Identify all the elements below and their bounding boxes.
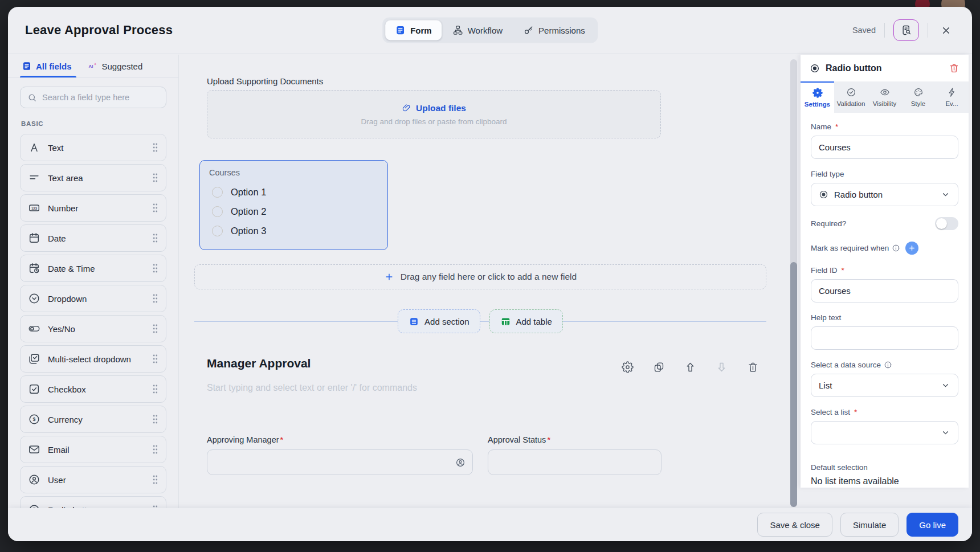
sidebar-item-multi-select[interactable]: Multi-select dropdown bbox=[20, 345, 166, 373]
drag-handle-icon[interactable] bbox=[152, 263, 158, 273]
sidebar-item-yes-no[interactable]: Yes/No bbox=[20, 315, 166, 342]
field-type-select[interactable]: Radio button bbox=[811, 183, 958, 206]
tab-events[interactable]: Ev... bbox=[935, 81, 969, 113]
required-toggle[interactable] bbox=[935, 217, 958, 230]
email-icon bbox=[28, 443, 40, 456]
select-list-select[interactable] bbox=[811, 421, 958, 444]
sidebar-body: BASIC Text Text area 123 Number Date bbox=[8, 78, 178, 524]
data-source-select[interactable]: List bbox=[811, 374, 958, 397]
upload-field-label: Upload Supporting Documents bbox=[207, 76, 323, 86]
add-field-dropzone[interactable]: Drag any field here or click to add a ne… bbox=[194, 264, 766, 289]
name-input[interactable]: Courses bbox=[811, 136, 958, 159]
go-live-button[interactable]: Go live bbox=[906, 513, 958, 537]
preview-button[interactable] bbox=[893, 19, 919, 41]
drag-handle-icon[interactable] bbox=[152, 324, 158, 334]
sidebar-item-date-time[interactable]: Date & Time bbox=[20, 255, 166, 282]
section-delete-button[interactable] bbox=[747, 361, 759, 373]
upload-files-button[interactable]: Upload files bbox=[402, 103, 466, 113]
tab-validation[interactable]: Validation bbox=[834, 81, 868, 113]
delete-field-button[interactable] bbox=[949, 63, 959, 73]
form-icon bbox=[22, 61, 32, 71]
form-canvas: Upload Supporting Documents Upload files… bbox=[179, 55, 792, 541]
radio-input[interactable] bbox=[212, 226, 223, 236]
search-icon bbox=[27, 93, 37, 103]
panel-body: Name* Courses Field type Radio button Re… bbox=[801, 113, 969, 486]
section-move-down-button[interactable] bbox=[716, 361, 728, 373]
save-close-button[interactable]: Save & close bbox=[757, 513, 832, 537]
name-field-group: Name* Courses bbox=[811, 122, 958, 159]
radio-input[interactable] bbox=[212, 187, 223, 198]
approving-manager-input[interactable] bbox=[207, 449, 473, 475]
drag-handle-icon[interactable] bbox=[152, 293, 158, 304]
field-id-input[interactable]: Courses bbox=[811, 279, 958, 302]
chevron-down-icon bbox=[941, 428, 950, 437]
drag-handle-icon[interactable] bbox=[152, 354, 158, 364]
sidebar-item-dropdown[interactable]: Dropdown bbox=[20, 285, 166, 312]
drag-handle-icon[interactable] bbox=[152, 142, 158, 153]
tab-permissions[interactable]: Permissions bbox=[513, 21, 595, 40]
sidebar-item-checkbox[interactable]: Checkbox bbox=[20, 375, 166, 403]
footer-bar: Save & close Simulate Go live bbox=[8, 508, 972, 541]
drag-handle-icon[interactable] bbox=[152, 414, 158, 424]
radio-icon bbox=[810, 63, 820, 73]
field-id-group: Field ID* Courses bbox=[811, 266, 958, 302]
section-move-up-button[interactable] bbox=[684, 361, 696, 373]
number-icon: 123 bbox=[28, 202, 40, 214]
tab-settings[interactable]: Settings bbox=[801, 81, 834, 113]
drag-handle-icon[interactable] bbox=[152, 203, 158, 213]
add-table-button[interactable]: Add table bbox=[489, 309, 563, 333]
drag-handle-icon[interactable] bbox=[152, 475, 158, 485]
sidebar-item-date[interactable]: Date bbox=[20, 224, 166, 252]
key-icon bbox=[523, 25, 534, 36]
data-source-label: Select a data source bbox=[811, 361, 958, 369]
field-settings-panel: Radio button Settings Validation Visibil… bbox=[801, 55, 969, 488]
tab-visibility[interactable]: Visibility bbox=[868, 81, 901, 113]
help-text-input[interactable] bbox=[811, 326, 958, 350]
field-search bbox=[20, 87, 166, 108]
sidebar-item-text[interactable]: Text bbox=[20, 134, 166, 161]
radio-input[interactable] bbox=[212, 206, 223, 217]
section-description-placeholder[interactable]: Start typing and select text or enter '/… bbox=[207, 383, 417, 393]
text-icon bbox=[28, 141, 40, 154]
sidebar-item-email[interactable]: Email bbox=[20, 436, 166, 463]
drag-handle-icon[interactable] bbox=[152, 444, 158, 455]
section-toolbar bbox=[622, 361, 759, 373]
section-duplicate-button[interactable] bbox=[653, 361, 665, 373]
drag-handle-icon[interactable] bbox=[152, 173, 158, 183]
approval-status-input[interactable] bbox=[488, 449, 662, 475]
field-library-sidebar: All fields AI Suggested BASIC Text Text … bbox=[8, 55, 179, 541]
arrow-down-icon bbox=[716, 361, 728, 373]
tab-workflow[interactable]: Workflow bbox=[443, 21, 512, 40]
help-text-label: Help text bbox=[811, 313, 958, 322]
chevron-down-icon bbox=[941, 381, 950, 390]
section-title: Manager Approval bbox=[207, 357, 311, 370]
close-button[interactable] bbox=[937, 21, 955, 39]
add-condition-button[interactable] bbox=[905, 242, 918, 255]
tab-style[interactable]: Style bbox=[901, 81, 935, 113]
canvas-scrollbar-thumb[interactable] bbox=[790, 262, 797, 507]
drag-handle-icon[interactable] bbox=[152, 233, 158, 243]
sidebar-item-user[interactable]: User bbox=[20, 466, 166, 493]
tab-form[interactable]: Form bbox=[385, 21, 442, 40]
palette-icon bbox=[913, 87, 924, 97]
panel-title: Radio button bbox=[826, 63, 943, 73]
section-settings-button[interactable] bbox=[622, 361, 634, 373]
duplicate-icon bbox=[653, 361, 665, 373]
section-divider: Add section Add table bbox=[194, 309, 766, 333]
plus-icon bbox=[908, 244, 916, 252]
radio-field-card-selected[interactable]: Courses Option 1 Option 2 Option 3 bbox=[199, 160, 388, 250]
sidebar-item-currency[interactable]: $ Currency bbox=[20, 406, 166, 433]
sidebar-item-number[interactable]: 123 Number bbox=[20, 194, 166, 222]
simulate-button[interactable]: Simulate bbox=[840, 513, 899, 537]
upload-dropzone[interactable]: Upload files Drag and drop files or past… bbox=[207, 90, 661, 138]
tab-all-fields[interactable]: All fields bbox=[22, 55, 72, 77]
yes-no-icon bbox=[28, 322, 40, 335]
tab-suggested[interactable]: AI Suggested bbox=[88, 55, 143, 77]
panel-tabs: Settings Validation Visibility Style Ev.… bbox=[801, 81, 969, 113]
search-input[interactable] bbox=[42, 93, 159, 102]
sidebar-item-text-area[interactable]: Text area bbox=[20, 164, 166, 191]
add-section-button[interactable]: Add section bbox=[398, 309, 480, 333]
drag-handle-icon[interactable] bbox=[152, 384, 158, 394]
multi-select-icon bbox=[28, 353, 40, 365]
eye-icon bbox=[880, 87, 890, 97]
